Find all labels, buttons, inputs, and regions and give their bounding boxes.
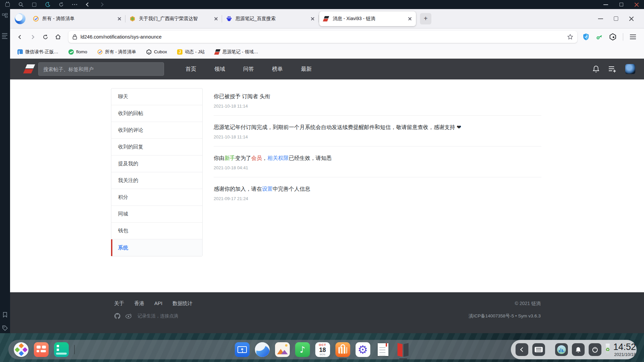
settings-link[interactable]: 设置 <box>262 186 273 192</box>
onscreen-keyboard-icon[interactable] <box>532 343 545 356</box>
sidebar-item-following[interactable]: 我关注的 <box>111 172 202 189</box>
liandi-site-logo[interactable] <box>23 64 36 74</box>
clock-time: 14:52 <box>613 342 636 352</box>
sidebar-item-replies[interactable]: 收到的回帖 <box>111 105 202 122</box>
flomo-extension-icon[interactable] <box>596 34 603 40</box>
tab-liandi-messages[interactable]: 消息 - Xiavi93 - 链滴 <box>319 11 416 26</box>
sidebar-item-chat[interactable]: 聊天 <box>111 88 202 105</box>
nav-qna[interactable]: 问答 <box>243 66 254 73</box>
sync-icon[interactable] <box>58 2 64 7</box>
forward-chevron-icon[interactable] <box>99 2 104 7</box>
bookmark-flomo[interactable]: flomo <box>68 49 87 55</box>
bookmark-star-icon[interactable] <box>567 34 573 40</box>
close-button[interactable] <box>634 2 639 7</box>
tray-collapse-button[interactable] <box>516 343 528 356</box>
bookmark-weread[interactable]: 微信读书-正版… <box>17 49 58 55</box>
menu-icon[interactable] <box>630 35 636 39</box>
window-icon[interactable] <box>32 2 37 7</box>
bookmark-ticktick[interactable]: 所有 - 滴答清单 <box>97 49 136 55</box>
bookmark-siyuan[interactable]: 思源笔记 - 领域… <box>215 49 258 55</box>
tab-close-icon[interactable] <box>311 17 315 21</box>
footer-link-api[interactable]: API <box>154 300 162 307</box>
github-icon[interactable] <box>114 313 121 319</box>
notifications-bell-icon[interactable] <box>592 65 600 73</box>
new-tab-button[interactable]: + <box>420 13 431 24</box>
tab-company-about[interactable]: 关于我们_广西南宁荣震达智 <box>125 9 222 28</box>
footer-link-stats[interactable]: 数据统计 <box>172 300 193 307</box>
notification-center-icon[interactable] <box>572 343 585 356</box>
footer-link-hk[interactable]: 香港 <box>134 300 144 307</box>
document-viewer-icon[interactable] <box>376 342 390 357</box>
url-text[interactable]: ld246.com/notifications/sys-announce <box>80 34 564 40</box>
tab-close-icon[interactable] <box>214 17 218 21</box>
flomo-icon <box>68 49 74 55</box>
sidebar-item-mentions[interactable]: 提及我的 <box>111 156 202 172</box>
flowchart-icon[interactable] <box>2 13 8 19</box>
calendar-app-icon[interactable]: OCT 18 MON <box>315 342 330 357</box>
permissions-link[interactable]: 相关权限 <box>267 155 289 161</box>
tab-close-icon[interactable] <box>408 17 412 21</box>
forward-button[interactable] <box>27 31 38 43</box>
clock[interactable]: 14:52 2021/10/18 <box>613 342 636 357</box>
search-icon[interactable] <box>18 2 23 7</box>
nav-domain[interactable]: 领域 <box>214 66 225 73</box>
user-avatar[interactable] <box>625 64 635 74</box>
tab-title: 关于我们_广西南宁荣震达智 <box>139 16 211 22</box>
create-post-icon[interactable] <box>608 66 616 72</box>
reload-button[interactable] <box>40 31 51 43</box>
sidebar-item-responses[interactable]: 收到的回复 <box>111 139 202 156</box>
browser-maximize-button[interactable] <box>614 16 618 21</box>
voice-assistant-icon[interactable] <box>555 343 568 356</box>
browser-close-button[interactable] <box>629 16 634 21</box>
footer-link-about[interactable]: 关于 <box>114 300 124 307</box>
shield-extension-icon[interactable] <box>583 33 589 41</box>
nav-recent[interactable]: 最新 <box>301 66 312 73</box>
calendar-icon[interactable] <box>5 2 10 7</box>
notification-item: 你由新手变为了会员，相关权限已经生效，请知悉 2021-10-18 04:41 <box>214 155 541 177</box>
music-app-icon[interactable]: ♪ <box>295 342 310 357</box>
moon-icon[interactable] <box>45 2 50 7</box>
sidebar-item-points[interactable]: 积分 <box>111 189 202 206</box>
nav-home[interactable]: 首页 <box>185 66 196 73</box>
sidebar-item-wallet[interactable]: 钱包 <box>111 223 202 239</box>
notes-app-icon[interactable] <box>54 342 69 357</box>
browser-app-icon[interactable] <box>255 342 270 357</box>
tab-baidu-search[interactable]: 思源笔记_百度搜索 <box>222 9 319 28</box>
tag-icon[interactable] <box>2 325 8 331</box>
control-center-icon[interactable]: ⚙ <box>356 342 370 357</box>
address-bar[interactable]: ld246.com/notifications/sys-announce <box>68 31 577 43</box>
photos-app-icon[interactable] <box>275 342 290 357</box>
app-store-icon[interactable] <box>335 342 350 357</box>
hexagon-extension-icon[interactable] <box>609 33 616 41</box>
outline-list-icon[interactable] <box>2 33 8 39</box>
browser-logo-icon[interactable] <box>15 13 25 24</box>
bookmark-jsite[interactable]: J 动态 - J站 <box>177 49 205 55</box>
site-search-input[interactable] <box>38 62 164 76</box>
trash-icon[interactable]: ♻ <box>605 344 610 356</box>
bookmark-cubox[interactable]: Cubox <box>146 49 167 55</box>
file-manager-icon[interactable] <box>235 342 250 357</box>
bookmark-icon[interactable] <box>2 312 8 318</box>
cubox-icon <box>146 49 152 55</box>
back-button[interactable] <box>14 31 25 43</box>
minimize-button[interactable] <box>603 2 608 7</box>
site-body: 聊天 收到的回帖 收到的评论 收到的回复 提及我的 我关注的 积分 同城 钱包 … <box>10 79 644 292</box>
multitask-view-icon[interactable] <box>34 342 49 357</box>
browser-minimize-button[interactable] <box>598 18 603 19</box>
nav-rank[interactable]: 榜单 <box>272 66 283 73</box>
more-options-icon[interactable] <box>72 2 77 7</box>
sidebar-item-city[interactable]: 同城 <box>111 206 202 223</box>
home-button[interactable] <box>52 31 64 43</box>
tab-close-icon[interactable] <box>117 17 121 21</box>
tab-title: 思源笔记_百度搜索 <box>235 16 307 22</box>
restore-button[interactable] <box>619 2 624 7</box>
sidebar-item-system[interactable]: 系统 <box>111 239 202 256</box>
weibo-eye-icon[interactable] <box>125 313 132 319</box>
back-chevron-icon[interactable] <box>85 2 91 7</box>
reader-app-icon[interactable] <box>396 342 411 357</box>
sidebar-item-comments[interactable]: 收到的评论 <box>111 122 202 139</box>
bookmarks-bar: 微信读书-正版… flomo 所有 - 滴答清单 Cubox J 动态 - <box>10 45 644 59</box>
launcher-icon[interactable] <box>14 342 29 357</box>
tab-ticktick[interactable]: 所有 - 滴答清单 <box>29 9 125 28</box>
power-icon[interactable] <box>589 343 601 356</box>
